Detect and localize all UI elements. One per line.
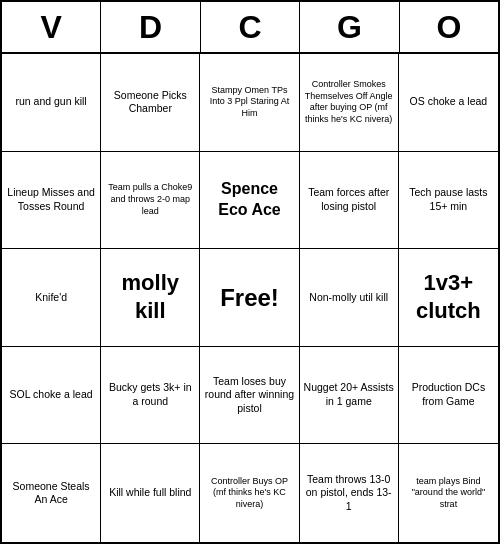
cell-1-4[interactable]: Tech pause lasts 15+ min — [399, 152, 498, 250]
header-v: V — [2, 2, 101, 52]
cell-0-2[interactable]: Stampy Omen TPs Into 3 Ppl Staring At Hi… — [200, 54, 299, 152]
cell-1-3[interactable]: Team forces after losing pistol — [300, 152, 399, 250]
cell-free[interactable]: Free! — [200, 249, 299, 347]
cell-4-2[interactable]: Controller Buys OP (mf thinks he's KC ni… — [200, 444, 299, 542]
cell-3-3[interactable]: Nugget 20+ Assists in 1 game — [300, 347, 399, 445]
cell-0-3[interactable]: Controller Smokes Themselves Off Angle a… — [300, 54, 399, 152]
bingo-card: V D C G O run and gun kill Someone Picks… — [0, 0, 500, 544]
cell-1-1[interactable]: Team pulls a Choke9 and throws 2-0 map l… — [101, 152, 200, 250]
cell-0-0[interactable]: run and gun kill — [2, 54, 101, 152]
cell-2-0[interactable]: Knife'd — [2, 249, 101, 347]
cell-1-0[interactable]: Lineup Misses and Tosses Round — [2, 152, 101, 250]
cell-3-0[interactable]: SOL choke a lead — [2, 347, 101, 445]
header-d: D — [101, 2, 200, 52]
header-c: C — [201, 2, 300, 52]
cell-3-2[interactable]: Team loses buy round after winning pisto… — [200, 347, 299, 445]
cell-4-0[interactable]: Someone Steals An Ace — [2, 444, 101, 542]
header-row: V D C G O — [2, 2, 498, 54]
cell-3-1[interactable]: Bucky gets 3k+ in a round — [101, 347, 200, 445]
cell-4-1[interactable]: Kill while full blind — [101, 444, 200, 542]
header-g: G — [300, 2, 399, 52]
cell-1-2[interactable]: Spence Eco Ace — [200, 152, 299, 250]
bingo-grid: run and gun kill Someone Picks Chamber S… — [2, 54, 498, 542]
cell-4-4[interactable]: team plays Bind "around the world" strat — [399, 444, 498, 542]
cell-0-4[interactable]: OS choke a lead — [399, 54, 498, 152]
cell-4-3[interactable]: Team throws 13-0 on pistol, ends 13-1 — [300, 444, 399, 542]
header-o: O — [400, 2, 498, 52]
cell-2-1[interactable]: molly kill — [101, 249, 200, 347]
cell-0-1[interactable]: Someone Picks Chamber — [101, 54, 200, 152]
cell-2-4[interactable]: 1v3+ clutch — [399, 249, 498, 347]
cell-2-3[interactable]: Non-molly util kill — [300, 249, 399, 347]
cell-3-4[interactable]: Production DCs from Game — [399, 347, 498, 445]
